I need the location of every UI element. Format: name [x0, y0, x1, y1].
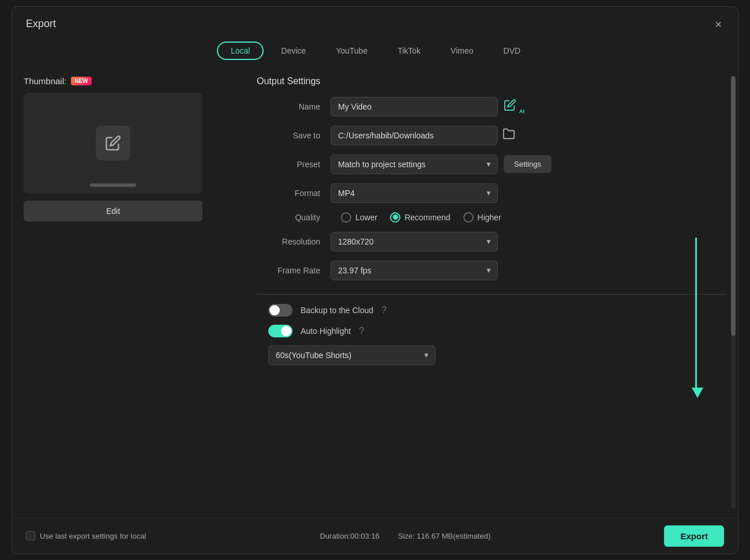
toggle-knob-2	[281, 326, 291, 336]
backup-cloud-label: Backup to the Cloud	[301, 306, 373, 315]
folder-icon[interactable]	[502, 127, 515, 143]
quality-higher-label: Higher	[478, 213, 501, 222]
resolution-select-wrapper: 1280x720 ▼	[331, 232, 498, 251]
close-button[interactable]: ×	[712, 16, 724, 32]
title-bar: Export ×	[12, 7, 738, 37]
tab-youtube[interactable]: YouTube	[323, 42, 380, 60]
content-area: Thumbnail: NEW Edit Output Settings Name	[12, 67, 738, 518]
save-to-row: Save to	[257, 126, 726, 145]
output-settings-title: Output Settings	[257, 76, 726, 87]
quality-lower-radio[interactable]	[341, 212, 351, 223]
settings-button[interactable]: Settings	[504, 155, 552, 173]
quality-recommend-radio[interactable]	[390, 212, 400, 223]
export-button[interactable]: Export	[664, 525, 724, 547]
backup-cloud-toggle[interactable]	[268, 304, 292, 317]
highlight-dropdown-row: 60s(YouTube Shorts) ▼	[257, 345, 726, 365]
tab-tiktok[interactable]: TikTok	[385, 42, 433, 60]
name-row: Name AI	[257, 97, 726, 116]
preset-label: Preset	[257, 160, 320, 169]
ai-rename-icon[interactable]: AI	[504, 99, 524, 114]
scrollbar-track[interactable]	[731, 76, 736, 509]
toggle-knob	[269, 305, 280, 315]
thumbnail-icon	[96, 126, 130, 160]
radio-dot	[393, 215, 398, 220]
preset-select[interactable]: Match to project settings	[331, 155, 498, 174]
format-row: Format MP4 ▼	[257, 183, 726, 203]
thumbnail-bar	[90, 183, 136, 187]
preset-select-wrapper: Match to project settings ▼	[331, 155, 498, 174]
format-label: Format	[257, 189, 320, 198]
save-to-input[interactable]	[331, 126, 498, 145]
quality-recommend[interactable]: Recommend	[390, 212, 450, 223]
scrollbar-thumb[interactable]	[731, 76, 736, 336]
quality-label: Quality	[257, 213, 320, 222]
new-badge: NEW	[71, 77, 91, 85]
duration-text: Duration:00:03:16	[320, 532, 379, 540]
quality-lower-label: Lower	[355, 213, 377, 222]
frame-rate-select[interactable]: 23.97 fps	[331, 261, 498, 280]
highlight-select-wrapper: 60s(YouTube Shorts) ▼	[268, 345, 436, 365]
quality-row: Quality Lower Recommend Higher	[257, 212, 726, 223]
tab-device[interactable]: Device	[268, 42, 318, 60]
format-select-wrapper: MP4 ▼	[331, 183, 498, 203]
auto-highlight-toggle[interactable]	[268, 325, 292, 337]
highlight-select[interactable]: 60s(YouTube Shorts)	[268, 345, 436, 365]
tab-local[interactable]: Local	[217, 42, 264, 60]
dialog-title: Export	[26, 18, 56, 30]
use-last-checkbox[interactable]	[26, 531, 35, 540]
format-select[interactable]: MP4	[331, 183, 498, 203]
use-last-settings: Use last export settings for local	[26, 531, 146, 540]
edit-button[interactable]: Edit	[24, 201, 202, 221]
left-panel: Thumbnail: NEW Edit	[24, 76, 243, 509]
thumbnail-preview	[24, 93, 202, 194]
backup-cloud-help-icon[interactable]: ?	[381, 305, 387, 315]
export-dialog: Export × Local Device YouTube TikTok Vim…	[12, 6, 738, 554]
bottom-bar: Use last export settings for local Durat…	[12, 518, 738, 554]
resolution-select[interactable]: 1280x720	[331, 232, 498, 251]
tab-dvd[interactable]: DVD	[491, 42, 534, 60]
right-panel: Output Settings Name AI Save to	[257, 76, 726, 509]
frame-rate-label: Frame Rate	[257, 266, 320, 275]
thumbnail-text: Thumbnail:	[24, 76, 66, 86]
use-last-label: Use last export settings for local	[40, 532, 146, 540]
save-to-label: Save to	[257, 131, 320, 140]
quality-higher-radio[interactable]	[463, 212, 474, 223]
size-text: Size: 116.67 MB(estimated)	[398, 532, 490, 540]
resolution-row: Resolution 1280x720 ▼	[257, 232, 726, 251]
preset-row: Preset Match to project settings ▼ Setti…	[257, 155, 726, 174]
name-input[interactable]	[331, 97, 498, 116]
quality-higher[interactable]: Higher	[463, 212, 501, 223]
quality-lower[interactable]: Lower	[341, 212, 377, 223]
quality-options: Lower Recommend Higher	[341, 212, 501, 223]
save-to-input-group	[331, 126, 515, 145]
auto-highlight-row: Auto Highlight ?	[257, 325, 726, 337]
divider	[257, 294, 726, 295]
quality-recommend-label: Recommend	[404, 213, 450, 222]
bottom-info: Duration:00:03:16 Size: 116.67 MB(estima…	[320, 532, 490, 540]
backup-cloud-row: Backup to the Cloud ?	[257, 304, 726, 317]
tab-vimeo[interactable]: Vimeo	[438, 42, 486, 60]
tab-bar: Local Device YouTube TikTok Vimeo DVD	[12, 37, 738, 67]
frame-rate-select-wrapper: 23.97 fps ▼	[331, 261, 498, 280]
arrow-head	[692, 388, 703, 398]
name-label: Name	[257, 102, 320, 111]
auto-highlight-help-icon[interactable]: ?	[359, 326, 364, 336]
resolution-label: Resolution	[257, 237, 320, 246]
frame-rate-row: Frame Rate 23.97 fps ▼	[257, 261, 726, 280]
auto-highlight-label: Auto Highlight	[301, 326, 351, 336]
thumbnail-section-label: Thumbnail: NEW	[24, 76, 243, 86]
